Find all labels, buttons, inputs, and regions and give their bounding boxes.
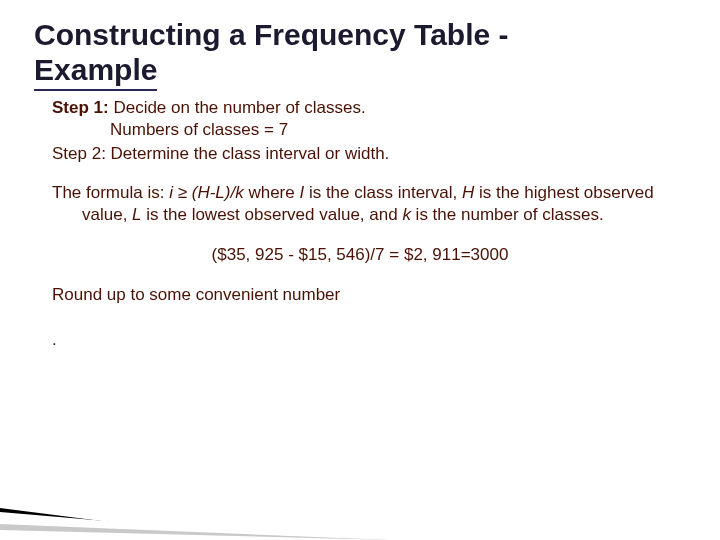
step1-subline: Numbers of classes = 7	[110, 119, 686, 141]
step1-text: Decide on the number of classes.	[109, 98, 366, 117]
svg-marker-1	[0, 512, 330, 540]
title-line-1: Constructing a Frequency Table -	[34, 18, 509, 51]
var-H: H	[462, 183, 474, 202]
def-L: is the lowest observed value, and	[142, 205, 403, 224]
trailing-dot: .	[52, 329, 686, 351]
slide: Constructing a Frequency Table - Example…	[0, 0, 720, 540]
svg-marker-2	[0, 524, 390, 540]
expr-hlk: (H-L)/k	[187, 183, 244, 202]
def-I: is the class interval,	[304, 183, 462, 202]
equation-line: ($35, 925 - $15, 546)/7 = $2, 911=3000	[34, 244, 686, 266]
step1-line: Step 1: Decide on the number of classes.	[52, 97, 686, 119]
t-where: where	[244, 183, 300, 202]
title-line-2: Example	[34, 53, 157, 92]
t-pre: The formula is:	[52, 183, 169, 202]
svg-marker-3	[0, 530, 390, 540]
step1-label: Step 1:	[52, 98, 109, 117]
slide-title: Constructing a Frequency Table - Example	[34, 18, 686, 91]
formula-paragraph: The formula is: i ≥ (H-L)/k where I is t…	[52, 182, 686, 226]
def-k: is the number of classes.	[411, 205, 604, 224]
var-i: i	[169, 183, 178, 202]
var-k: k	[402, 205, 411, 224]
formula-text: The formula is: i ≥ (H-L)/k where I is t…	[52, 182, 686, 226]
step2-line: Step 2: Determine the class interval or …	[52, 143, 686, 165]
corner-decoration	[0, 450, 390, 540]
round-note: Round up to some convenient number	[52, 284, 686, 306]
slide-body: Step 1: Decide on the number of classes.…	[34, 97, 686, 351]
svg-marker-0	[0, 508, 250, 540]
sym-ge: ≥	[178, 183, 187, 202]
var-L: L	[132, 205, 141, 224]
